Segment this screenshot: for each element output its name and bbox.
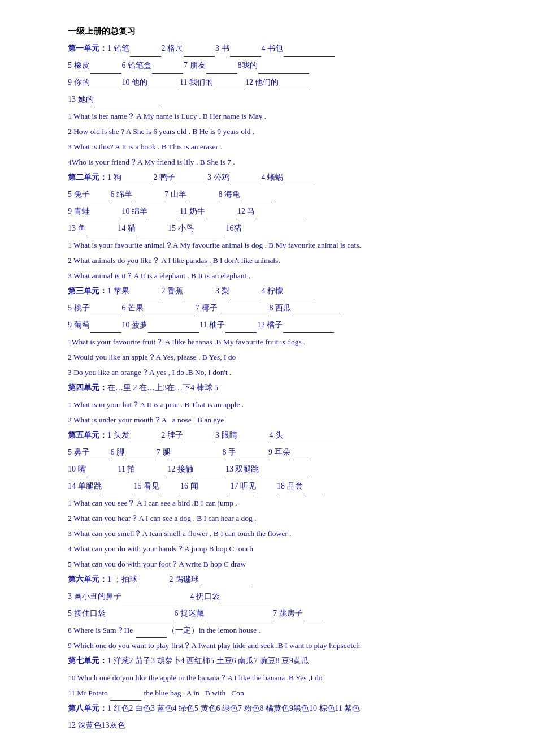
unit8-vocab1: 第八单元：1 红色2 白色3 蓝色4 绿色5 黄色6 绿色7 粉色8 橘黄色9黑… [68,701,500,716]
unit1-vocab3: 9 你的10 他的11 我们的12 他们的 [68,75,500,90]
unit5-vocab4: 14 单腿跳15 看见16 闻17 听见18 品尝 [68,478,500,494]
unit3-q1: 1What is your favourite fruit？ A Ilike b… [68,334,500,349]
unit7-vocab1: 第七单元：1 洋葱2 茄子3 胡萝卜4 西红柿5 土豆6 南瓜7 豌豆8 豆9黄… [68,653,500,669]
unit3-vocab2: 5 桃子6 芒果7 椰子8 西瓜 [68,300,500,316]
unit6-q1: 8 Where is Sam？He （一定）in the lemon house… [68,623,500,638]
unit5-q3: 3 What can you smell？A Ican smell a flow… [68,526,500,541]
unit1-q1: 1 What is her name？ A My name is Lucy . … [68,109,500,124]
unit5-vocab3: 10 嘴11 拍12 接触13 双腿跳 [68,461,500,477]
unit7-q2: 11 Mr Potato the blue bag . A in B with … [68,685,500,701]
unit1-vocab2: 5 橡皮6 铅笔盒7 朋友8我的 [68,58,500,74]
unit2-q2: 2 What animals do you like？ A I like pan… [68,253,500,268]
unit2-vocab2: 5 兔子6 绵羊7 山羊8 海龟 [68,187,500,202]
unit1-q3: 3 What is this? A It is a book . B This … [68,139,500,154]
unit3-vocab3: 9 葡萄10 菠萝11 柚子12 橘子 [68,317,500,333]
unit1-vocab4: 13 她的 [68,92,500,107]
unit3-q2: 2 Would you like an apple？A Yes, please … [68,349,500,365]
unit2-vocab3: 9 青蛙10 绵羊11 奶牛12 马 [68,204,500,219]
unit2-q3: 3 What animal is it？A It is a elephant .… [68,268,500,283]
main-content: 一级上册的总复习 第一单元：1 铅笔2 格尺3 书4 书包 5 橡皮6 铅笔盒7… [68,23,500,733]
unit5-vocab2: 5 鼻子6 脚7 腿8 手9 耳朵 [68,444,500,460]
unit3-q3: 3 Do you like an orange？A yes , I do .B … [68,365,500,380]
unit4-q2: 2 What is under your mouth？A a nose B an… [68,412,500,427]
unit6-q2: 9 Which one do you want to play first？A … [68,638,500,653]
unit2-vocab4: 13 鱼14 猫15 小鸟16猪 [68,221,500,236]
unit4-vocab1: 第四单元：在…里 2 在…上3在…下4 棒球 5 [68,380,500,396]
unit2-vocab1: 第二单元：1 狗2 鸭子3 公鸡4 蜥蜴 [68,170,500,185]
unit5-q4: 4 What can you do with your hands？A jump… [68,541,500,556]
unit5-q1: 1 What can you see？ A I can see a bird .… [68,495,500,511]
unit6-vocab1: 第六单元：1 ；拍球2 踢毽球 [68,572,500,587]
unit1-q4: 4Who is your friend？A My friend is lily … [68,154,500,170]
page-title: 一级上册的总复习 [68,23,500,40]
unit1-q2: 2 How old is she ? A She is 6 years old … [68,124,500,139]
unit6-vocab3: 5 接住口袋6 捉迷藏7 跳房子 [68,606,500,621]
unit2-q1: 1 What is your favourite animal？A My fav… [68,237,500,253]
unit5-q5: 5 What can you do with your foot？A write… [68,556,500,572]
unit8-vocab2: 12 深蓝色13灰色 [68,718,500,733]
unit1-vocab: 第一单元：1 铅笔2 格尺3 书4 书包 [68,41,500,57]
unit5-vocab1: 第五单元：1 头发2 脖子3 眼睛4 头 [68,427,500,443]
unit4-q1: 1 What is in your hat？A It is a pear . B… [68,397,500,412]
unit3-vocab1: 第三单元：1 苹果2 香蕉3 梨4 柠檬 [68,283,500,299]
unit6-vocab2: 3 画小丑的鼻子4 扔口袋 [68,589,500,604]
unit7-q1: 10 Which one do you like the apple or th… [68,670,500,685]
unit5-q2: 2 What can you hear？A I can see a dog . … [68,511,500,526]
